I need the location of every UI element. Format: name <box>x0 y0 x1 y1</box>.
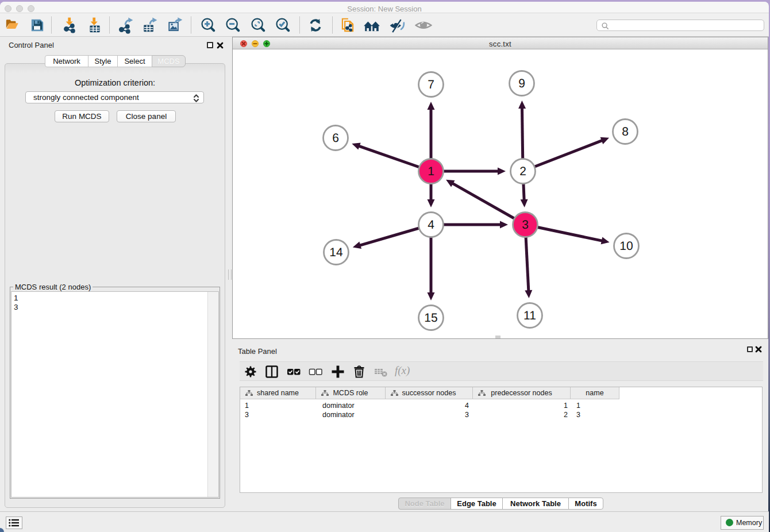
svg-text:8: 8 <box>622 125 629 138</box>
svg-text:1: 1 <box>428 165 434 178</box>
svg-text:10: 10 <box>619 240 633 253</box>
svg-text:9: 9 <box>518 77 525 90</box>
svg-text:14: 14 <box>329 246 343 259</box>
svg-text:2: 2 <box>519 165 526 178</box>
svg-text:7: 7 <box>428 78 434 91</box>
svg-text:11: 11 <box>523 309 536 322</box>
svg-text:4: 4 <box>428 218 434 232</box>
svg-text:15: 15 <box>424 311 437 325</box>
svg-text:3: 3 <box>522 218 529 232</box>
svg-text:6: 6 <box>332 132 339 145</box>
